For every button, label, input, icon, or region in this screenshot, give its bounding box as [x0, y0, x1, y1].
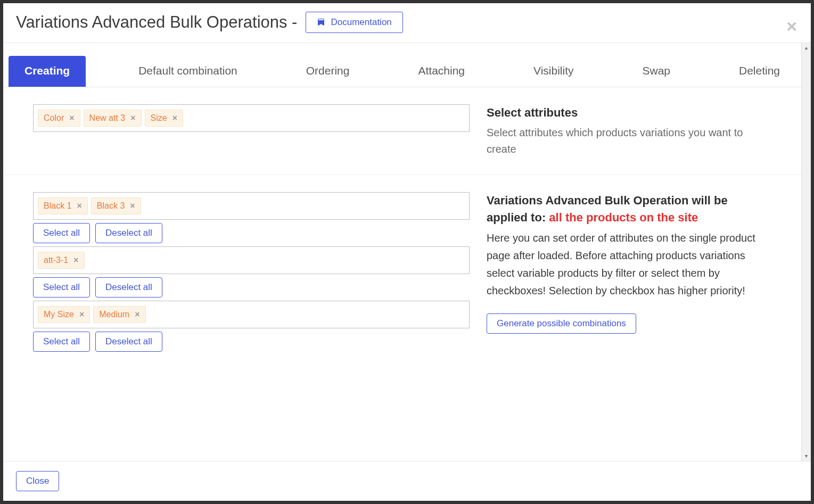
tab-creating[interactable]: Creating: [9, 56, 86, 87]
values-heading: Variations Advanced Bulk Operation will …: [487, 192, 771, 226]
button-row: Select all Deselect all: [33, 277, 470, 298]
tab-swap[interactable]: Swap: [626, 56, 686, 87]
tag-label: Black 1: [44, 201, 71, 211]
value-tag-input[interactable]: My Size × Medium ×: [33, 301, 470, 328]
attr-group-0: Black 1 × Black 3 × Select all Deselect …: [33, 192, 470, 243]
tag-label: Black 3: [97, 201, 125, 211]
documentation-label: Documentation: [331, 17, 391, 28]
values-desc: Here you can set order of attributes on …: [487, 229, 771, 300]
scroll-up-icon[interactable]: ▴: [802, 43, 811, 53]
remove-icon[interactable]: ×: [73, 255, 78, 265]
generate-combinations-button[interactable]: Generate possible combinations: [487, 313, 636, 334]
tab-default-combination[interactable]: Default combination: [122, 56, 253, 87]
close-button[interactable]: Close: [16, 471, 59, 491]
tab-ordering[interactable]: Ordering: [290, 56, 366, 87]
remove-icon[interactable]: ×: [79, 310, 84, 319]
section-right: Select attributes Select attributes whic…: [487, 104, 771, 158]
tag-label: My Size: [44, 310, 74, 319]
tag-black-1[interactable]: Black 1 ×: [38, 197, 88, 214]
attribute-tag-input[interactable]: Color × New att 3 × Size ×: [33, 104, 470, 132]
tag-label: Color: [44, 113, 64, 123]
value-tag-input[interactable]: Black 1 × Black 3 ×: [33, 192, 470, 220]
select-all-button[interactable]: Select all: [33, 223, 90, 243]
deselect-all-button[interactable]: Deselect all: [95, 332, 162, 352]
tag-label: New att 3: [89, 113, 126, 123]
remove-icon[interactable]: ×: [130, 113, 135, 123]
section-left: Color × New att 3 × Size ×: [33, 104, 470, 158]
tab-bar: Creating Default combination Ordering At…: [3, 43, 801, 87]
modal-header: Variations Advanced Bulk Operations - Do…: [3, 3, 811, 43]
attr-group-1: att-3-1 × Select all Deselect all: [33, 246, 470, 298]
remove-icon[interactable]: ×: [77, 201, 81, 211]
modal-body-wrapper: Creating Default combination Ordering At…: [3, 43, 811, 461]
generate-wrap: Generate possible combinations: [487, 313, 771, 334]
deselect-all-button[interactable]: Deselect all: [95, 277, 162, 298]
value-tag-input[interactable]: att-3-1 ×: [33, 246, 470, 274]
modal-footer: Close: [3, 461, 811, 501]
tag-my-size[interactable]: My Size ×: [38, 306, 90, 323]
select-all-button[interactable]: Select all: [33, 277, 90, 298]
tag-att-3-1[interactable]: att-3-1 ×: [38, 252, 85, 269]
button-row: Select all Deselect all: [33, 332, 470, 352]
heading-highlight: all the products on the site: [549, 211, 698, 224]
section-attribute-values: Black 1 × Black 3 × Select all Deselect …: [3, 175, 801, 372]
tag-new-att-3[interactable]: New att 3 ×: [84, 110, 142, 127]
scrollbar[interactable]: ▴ ▾: [801, 43, 811, 461]
section-left: Black 1 × Black 3 × Select all Deselect …: [33, 192, 470, 355]
attr-group-2: My Size × Medium × Select all Deselect a…: [33, 301, 470, 352]
documentation-button[interactable]: Documentation: [306, 12, 402, 33]
remove-icon[interactable]: ×: [135, 310, 139, 319]
close-icon[interactable]: ×: [786, 17, 797, 35]
modal-title: Variations Advanced Bulk Operations -: [16, 13, 297, 32]
modal-body: Creating Default combination Ordering At…: [3, 43, 801, 461]
tag-label: Medium: [99, 310, 129, 319]
tab-deleting[interactable]: Deleting: [723, 56, 796, 87]
section-select-attributes: Color × New att 3 × Size ×: [3, 87, 801, 175]
tab-attaching[interactable]: Attaching: [402, 56, 481, 87]
select-all-button[interactable]: Select all: [33, 332, 90, 352]
tab-visibility[interactable]: Visibility: [517, 56, 589, 87]
remove-icon[interactable]: ×: [172, 113, 177, 123]
tag-black-3[interactable]: Black 3 ×: [91, 197, 141, 214]
remove-icon[interactable]: ×: [69, 113, 74, 123]
deselect-all-button[interactable]: Deselect all: [95, 223, 162, 243]
modal-dialog: Variations Advanced Bulk Operations - Do…: [3, 3, 811, 501]
tag-medium[interactable]: Medium ×: [93, 306, 145, 323]
attributes-desc: Select attributes which products variati…: [487, 125, 771, 158]
button-row: Select all Deselect all: [33, 223, 470, 243]
book-icon: [317, 18, 325, 27]
remove-icon[interactable]: ×: [130, 201, 135, 211]
section-right: Variations Advanced Bulk Operation will …: [487, 192, 771, 355]
attributes-heading: Select attributes: [487, 104, 771, 121]
tag-label: att-3-1: [44, 255, 68, 265]
tag-label: Size: [151, 113, 167, 123]
tag-color[interactable]: Color ×: [38, 110, 80, 127]
scroll-down-icon[interactable]: ▾: [802, 451, 811, 461]
tag-size[interactable]: Size ×: [145, 110, 183, 127]
